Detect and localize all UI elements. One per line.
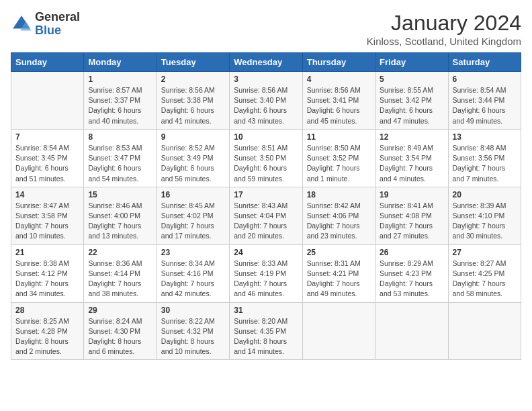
title-block: January 2024 Kinloss, Scotland, United K… bbox=[367, 11, 521, 47]
day-info: Sunrise: 8:56 AM Sunset: 3:40 PM Dayligh… bbox=[234, 85, 298, 126]
calendar-cell: 4Sunrise: 8:56 AM Sunset: 3:41 PM Daylig… bbox=[302, 72, 375, 130]
day-number: 23 bbox=[161, 248, 225, 257]
logo: General Blue bbox=[11, 11, 80, 38]
calendar-cell: 31Sunrise: 8:20 AM Sunset: 4:35 PM Dayli… bbox=[230, 302, 302, 360]
month-title: January 2024 bbox=[367, 11, 521, 36]
calendar-cell: 18Sunrise: 8:42 AM Sunset: 4:06 PM Dayli… bbox=[302, 187, 375, 244]
day-info: Sunrise: 8:43 AM Sunset: 4:04 PM Dayligh… bbox=[234, 201, 298, 242]
calendar-cell: 13Sunrise: 8:48 AM Sunset: 3:56 PM Dayli… bbox=[448, 129, 521, 187]
day-info: Sunrise: 8:55 AM Sunset: 3:42 PM Dayligh… bbox=[380, 85, 443, 126]
calendar-cell: 12Sunrise: 8:49 AM Sunset: 3:54 PM Dayli… bbox=[375, 129, 448, 187]
col-header-monday: Monday bbox=[84, 53, 157, 72]
day-number: 21 bbox=[15, 248, 79, 257]
day-number: 19 bbox=[380, 190, 443, 199]
day-info: Sunrise: 8:42 AM Sunset: 4:06 PM Dayligh… bbox=[307, 201, 371, 242]
calendar-cell bbox=[448, 302, 521, 360]
day-info: Sunrise: 8:57 AM Sunset: 3:37 PM Dayligh… bbox=[88, 85, 152, 126]
week-row-4: 28Sunrise: 8:25 AM Sunset: 4:28 PM Dayli… bbox=[11, 302, 521, 360]
day-number: 25 bbox=[307, 248, 371, 257]
day-number: 11 bbox=[307, 132, 371, 142]
calendar-cell: 26Sunrise: 8:29 AM Sunset: 4:23 PM Dayli… bbox=[375, 244, 448, 302]
day-info: Sunrise: 8:47 AM Sunset: 3:58 PM Dayligh… bbox=[15, 201, 79, 242]
day-info: Sunrise: 8:48 AM Sunset: 3:56 PM Dayligh… bbox=[453, 143, 517, 184]
day-number: 10 bbox=[234, 132, 298, 142]
calendar-cell: 2Sunrise: 8:56 AM Sunset: 3:38 PM Daylig… bbox=[157, 72, 229, 130]
day-number: 13 bbox=[453, 132, 517, 142]
col-header-saturday: Saturday bbox=[448, 53, 521, 72]
week-row-1: 7Sunrise: 8:54 AM Sunset: 3:45 PM Daylig… bbox=[11, 129, 521, 187]
day-number: 31 bbox=[234, 306, 298, 315]
day-number: 14 bbox=[15, 190, 79, 199]
calendar-cell: 11Sunrise: 8:50 AM Sunset: 3:52 PM Dayli… bbox=[302, 129, 375, 187]
day-info: Sunrise: 8:46 AM Sunset: 4:00 PM Dayligh… bbox=[88, 201, 152, 242]
week-row-3: 21Sunrise: 8:38 AM Sunset: 4:12 PM Dayli… bbox=[11, 244, 521, 302]
week-row-0: 1Sunrise: 8:57 AM Sunset: 3:37 PM Daylig… bbox=[11, 72, 521, 130]
day-number: 9 bbox=[161, 132, 225, 142]
day-info: Sunrise: 8:51 AM Sunset: 3:50 PM Dayligh… bbox=[234, 143, 298, 184]
calendar-cell: 24Sunrise: 8:33 AM Sunset: 4:19 PM Dayli… bbox=[230, 244, 302, 302]
calendar-cell: 14Sunrise: 8:47 AM Sunset: 3:58 PM Dayli… bbox=[11, 187, 84, 244]
day-info: Sunrise: 8:20 AM Sunset: 4:35 PM Dayligh… bbox=[234, 316, 298, 357]
calendar-cell: 17Sunrise: 8:43 AM Sunset: 4:04 PM Dayli… bbox=[230, 187, 302, 244]
calendar-cell bbox=[302, 302, 375, 360]
calendar-cell: 6Sunrise: 8:54 AM Sunset: 3:44 PM Daylig… bbox=[448, 72, 521, 130]
calendar-cell: 20Sunrise: 8:39 AM Sunset: 4:10 PM Dayli… bbox=[448, 187, 521, 244]
calendar-cell bbox=[11, 72, 84, 130]
day-number: 4 bbox=[307, 75, 371, 84]
header-row: SundayMondayTuesdayWednesdayThursdayFrid… bbox=[11, 53, 521, 72]
logo-text: General Blue bbox=[35, 11, 80, 38]
col-header-tuesday: Tuesday bbox=[157, 53, 229, 72]
calendar-cell: 15Sunrise: 8:46 AM Sunset: 4:00 PM Dayli… bbox=[84, 187, 157, 244]
calendar-cell: 9Sunrise: 8:52 AM Sunset: 3:49 PM Daylig… bbox=[157, 129, 229, 187]
day-info: Sunrise: 8:36 AM Sunset: 4:14 PM Dayligh… bbox=[88, 259, 152, 300]
logo-icon bbox=[11, 13, 32, 35]
day-number: 5 bbox=[380, 75, 443, 84]
calendar-cell: 30Sunrise: 8:22 AM Sunset: 4:32 PM Dayli… bbox=[157, 302, 229, 360]
col-header-wednesday: Wednesday bbox=[230, 53, 302, 72]
calendar-cell: 10Sunrise: 8:51 AM Sunset: 3:50 PM Dayli… bbox=[230, 129, 302, 187]
day-number: 29 bbox=[88, 306, 152, 315]
day-number: 7 bbox=[15, 132, 79, 142]
day-number: 24 bbox=[234, 248, 298, 257]
day-number: 6 bbox=[453, 75, 517, 84]
calendar-cell: 27Sunrise: 8:27 AM Sunset: 4:25 PM Dayli… bbox=[448, 244, 521, 302]
day-info: Sunrise: 8:49 AM Sunset: 3:54 PM Dayligh… bbox=[380, 143, 443, 184]
calendar-cell: 23Sunrise: 8:34 AM Sunset: 4:16 PM Dayli… bbox=[157, 244, 229, 302]
day-number: 22 bbox=[88, 248, 152, 257]
day-info: Sunrise: 8:22 AM Sunset: 4:32 PM Dayligh… bbox=[161, 316, 225, 357]
day-info: Sunrise: 8:38 AM Sunset: 4:12 PM Dayligh… bbox=[15, 259, 79, 300]
calendar-cell bbox=[375, 302, 448, 360]
day-number: 16 bbox=[161, 190, 225, 199]
day-info: Sunrise: 8:31 AM Sunset: 4:21 PM Dayligh… bbox=[307, 259, 371, 300]
day-number: 8 bbox=[88, 132, 152, 142]
day-number: 27 bbox=[453, 248, 517, 257]
day-info: Sunrise: 8:27 AM Sunset: 4:25 PM Dayligh… bbox=[453, 259, 517, 300]
location: Kinloss, Scotland, United Kingdom bbox=[367, 36, 521, 47]
day-number: 26 bbox=[380, 248, 443, 257]
col-header-thursday: Thursday bbox=[302, 53, 375, 72]
day-info: Sunrise: 8:25 AM Sunset: 4:28 PM Dayligh… bbox=[15, 316, 79, 357]
calendar-cell: 5Sunrise: 8:55 AM Sunset: 3:42 PM Daylig… bbox=[375, 72, 448, 130]
day-info: Sunrise: 8:56 AM Sunset: 3:41 PM Dayligh… bbox=[307, 85, 371, 126]
calendar-cell: 29Sunrise: 8:24 AM Sunset: 4:30 PM Dayli… bbox=[84, 302, 157, 360]
day-info: Sunrise: 8:41 AM Sunset: 4:08 PM Dayligh… bbox=[380, 201, 443, 242]
day-info: Sunrise: 8:54 AM Sunset: 3:44 PM Dayligh… bbox=[453, 85, 517, 126]
day-info: Sunrise: 8:29 AM Sunset: 4:23 PM Dayligh… bbox=[380, 259, 443, 300]
day-info: Sunrise: 8:54 AM Sunset: 3:45 PM Dayligh… bbox=[15, 143, 79, 184]
day-number: 28 bbox=[15, 306, 79, 315]
day-info: Sunrise: 8:39 AM Sunset: 4:10 PM Dayligh… bbox=[453, 201, 517, 242]
day-number: 1 bbox=[88, 75, 152, 84]
calendar-cell: 1Sunrise: 8:57 AM Sunset: 3:37 PM Daylig… bbox=[84, 72, 157, 130]
day-number: 20 bbox=[453, 190, 517, 199]
calendar-cell: 8Sunrise: 8:53 AM Sunset: 3:47 PM Daylig… bbox=[84, 129, 157, 187]
day-number: 3 bbox=[234, 75, 298, 84]
day-number: 12 bbox=[380, 132, 443, 142]
calendar-cell: 28Sunrise: 8:25 AM Sunset: 4:28 PM Dayli… bbox=[11, 302, 84, 360]
day-number: 30 bbox=[161, 306, 225, 315]
calendar-cell: 25Sunrise: 8:31 AM Sunset: 4:21 PM Dayli… bbox=[302, 244, 375, 302]
day-info: Sunrise: 8:50 AM Sunset: 3:52 PM Dayligh… bbox=[307, 143, 371, 184]
calendar-table: SundayMondayTuesdayWednesdayThursdayFrid… bbox=[11, 52, 521, 360]
day-info: Sunrise: 8:56 AM Sunset: 3:38 PM Dayligh… bbox=[161, 85, 225, 126]
calendar-cell: 3Sunrise: 8:56 AM Sunset: 3:40 PM Daylig… bbox=[230, 72, 302, 130]
day-info: Sunrise: 8:52 AM Sunset: 3:49 PM Dayligh… bbox=[161, 143, 225, 184]
